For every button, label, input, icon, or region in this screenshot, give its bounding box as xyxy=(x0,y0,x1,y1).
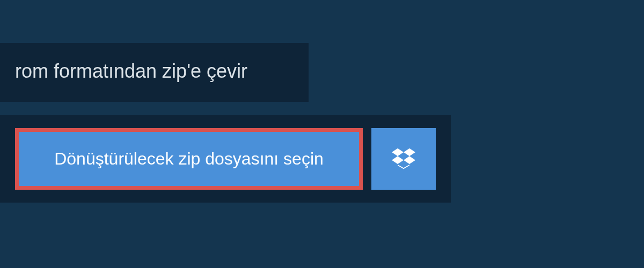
page-title: rom formatından zip'e çevir xyxy=(15,60,294,83)
dropbox-icon xyxy=(392,146,415,172)
dropbox-button[interactable] xyxy=(371,128,436,190)
title-panel: rom formatından zip'e çevir xyxy=(0,43,309,102)
select-file-label: Dönüştürülecek zip dosyasını seçin xyxy=(54,149,324,169)
select-file-button[interactable]: Dönüştürülecek zip dosyasını seçin xyxy=(15,128,363,190)
upload-panel: Dönüştürülecek zip dosyasını seçin xyxy=(0,115,451,203)
